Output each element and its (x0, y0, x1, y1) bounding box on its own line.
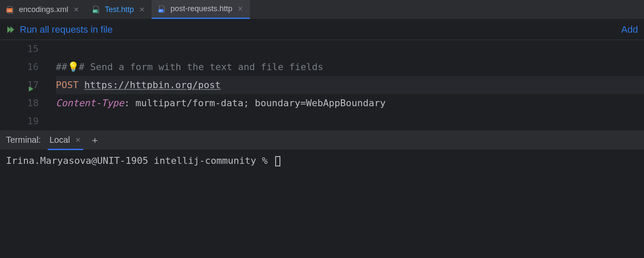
tab-test-http[interactable]: API Test.http ✕ (86, 0, 152, 19)
terminal-tabs-bar: Terminal: Local ✕ ＋ (0, 130, 644, 150)
header-sep: : (124, 94, 136, 112)
run-all-button[interactable]: Run all requests in file (6, 24, 112, 35)
terminal-tab-label: Local (49, 135, 70, 145)
close-icon[interactable]: ✕ (73, 6, 80, 14)
run-all-icon (6, 25, 15, 34)
comment-prefix: ## (56, 58, 67, 76)
terminal-panel: Terminal: Local ✕ ＋ Irina.Maryasova@UNIT… (0, 130, 644, 258)
http-file-icon: API (92, 5, 100, 14)
http-url[interactable]: https://httpbin.org/post (84, 76, 221, 94)
close-icon[interactable]: ✕ (74, 136, 82, 144)
tabs-bar: </> encodings.xml ✕ API Test.http ✕ API … (0, 0, 644, 19)
terminal-prompt: Irina.Maryasova@UNIT-1905 intellij-commu… (6, 155, 273, 166)
tab-label: encodings.xml (19, 5, 68, 14)
close-icon[interactable]: ✕ (237, 5, 244, 13)
gutter: 15 16 17 18 19 (0, 40, 43, 130)
header-name: Content-Type (56, 94, 124, 112)
code-line-17: POST https://httpbin.org/post (56, 76, 644, 94)
xml-file-icon: </> (6, 5, 15, 14)
add-button[interactable]: Add (621, 24, 638, 35)
new-terminal-button[interactable]: ＋ (90, 134, 100, 147)
tab-label: Test.http (105, 5, 134, 14)
svg-text:</>: </> (7, 9, 12, 12)
svg-text:API: API (159, 9, 162, 12)
lightbulb-icon[interactable]: 💡 (67, 58, 79, 76)
tab-label: post-requests.http (170, 4, 232, 13)
editor[interactable]: 15 16 17 18 19 ##💡# Send a form with the… (0, 40, 644, 130)
close-icon[interactable]: ✕ (138, 6, 146, 14)
line-number: 17 (0, 76, 39, 94)
code-line-15 (56, 40, 644, 58)
tab-post-requests-http[interactable]: API post-requests.http ✕ (152, 0, 250, 19)
run-all-label: Run all requests in file (20, 24, 112, 35)
code-line-18: Content-Type: multipart/form-data; bound… (56, 94, 644, 112)
terminal-title: Terminal: (6, 135, 41, 145)
action-bar: Run all requests in file Add (0, 19, 644, 40)
svg-text:API: API (93, 10, 97, 12)
line-number: 18 (0, 94, 39, 112)
terminal-cursor (275, 156, 280, 166)
code-line-16: ##💡# Send a form with the text and file … (56, 58, 644, 76)
run-gutter-icon[interactable] (27, 80, 34, 88)
terminal-tab-local[interactable]: Local ✕ (49, 135, 82, 145)
terminal-body[interactable]: Irina.Maryasova@UNIT-1905 intellij-commu… (0, 150, 644, 258)
http-file-icon: API (158, 5, 166, 13)
code-line-19 (56, 112, 644, 130)
line-number: 15 (0, 40, 39, 58)
http-method: POST (56, 76, 79, 94)
comment-text: # Send a form with the text and file fie… (79, 58, 324, 76)
header-value: multipart/form-data; boundary=WebAppBoun… (135, 94, 386, 112)
tab-encodings-xml[interactable]: </> encodings.xml ✕ (0, 0, 86, 19)
code-area[interactable]: ##💡# Send a form with the text and file … (43, 40, 644, 130)
line-number: 16 (0, 58, 39, 76)
line-number: 19 (0, 112, 39, 130)
